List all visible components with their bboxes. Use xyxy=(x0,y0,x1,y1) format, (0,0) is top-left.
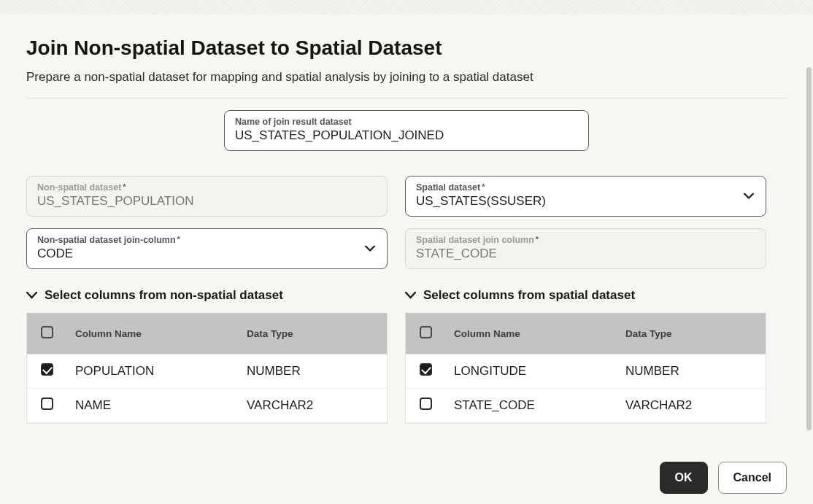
top-texture xyxy=(0,0,813,15)
data-type-cell: NUMBER xyxy=(238,354,387,389)
nonspatial-join-column-label: Non-spatial dataset join-column* xyxy=(37,235,377,245)
column-name-cell: NAME xyxy=(66,389,238,423)
ok-button[interactable]: OK xyxy=(660,462,708,494)
select-all-checkbox[interactable] xyxy=(41,326,53,338)
result-name-input[interactable] xyxy=(235,128,578,143)
result-name-label: Name of join result dataset xyxy=(235,117,578,127)
table-row: POPULATION NUMBER xyxy=(27,354,387,389)
nonspatial-dataset-field: Non-spatial dataset* US_STATES_POPULATIO… xyxy=(26,176,388,217)
data-type-header: Data Type xyxy=(238,313,387,354)
nonspatial-columns-header[interactable]: Select columns from non-spatial dataset xyxy=(26,288,388,303)
chevron-down-icon xyxy=(405,288,416,303)
spatial-dataset-label: Spatial dataset* xyxy=(416,182,755,193)
table-row: STATE_CODE VARCHAR2 xyxy=(406,389,766,423)
spatial-columns-table: Column Name Data Type LONGITUDE NUMBER xyxy=(405,313,766,424)
row-checkbox[interactable] xyxy=(41,398,53,410)
select-all-checkbox[interactable] xyxy=(420,326,432,338)
column-name-cell: LONGITUDE xyxy=(445,354,617,389)
spatial-join-column-value: STATE_CODE xyxy=(416,247,755,261)
page-subtitle: Prepare a non-spatial dataset for mappin… xyxy=(26,70,787,85)
data-type-cell: NUMBER xyxy=(617,354,766,389)
nonspatial-join-column-field[interactable]: Non-spatial dataset join-column* CODE xyxy=(26,228,388,269)
nonspatial-join-column-value: CODE xyxy=(37,247,377,261)
row-checkbox[interactable] xyxy=(420,363,432,376)
nonspatial-columns-table: Column Name Data Type POPULATION NUMBER xyxy=(26,313,388,424)
footer: OK Cancel xyxy=(660,462,787,494)
result-name-field[interactable]: Name of join result dataset xyxy=(224,110,589,151)
spatial-join-column-label: Spatial dataset join column* xyxy=(416,235,755,245)
page-title: Join Non-spatial Dataset to Spatial Data… xyxy=(26,36,787,60)
data-type-cell: VARCHAR2 xyxy=(617,389,766,423)
data-type-header: Data Type xyxy=(617,313,766,354)
column-name-cell: POPULATION xyxy=(66,354,238,389)
column-name-cell: STATE_CODE xyxy=(445,389,617,423)
table-row: NAME VARCHAR2 xyxy=(27,389,387,423)
chevron-down-icon xyxy=(26,288,37,303)
table-row: LONGITUDE NUMBER xyxy=(406,354,766,389)
cancel-button[interactable]: Cancel xyxy=(718,462,787,494)
row-checkbox[interactable] xyxy=(41,363,53,376)
column-name-header: Column Name xyxy=(445,313,617,354)
nonspatial-dataset-label: Non-spatial dataset* xyxy=(37,182,377,193)
spatial-dataset-value: US_STATES(SSUSER) xyxy=(416,194,755,209)
spatial-join-column-field: Spatial dataset join column* STATE_CODE xyxy=(405,228,766,269)
row-checkbox[interactable] xyxy=(420,398,432,410)
data-type-cell: VARCHAR2 xyxy=(238,389,387,423)
spatial-dataset-field[interactable]: Spatial dataset* US_STATES(SSUSER) xyxy=(405,176,766,217)
divider xyxy=(26,98,787,98)
scrollbar[interactable] xyxy=(806,67,812,430)
nonspatial-dataset-value: US_STATES_POPULATION xyxy=(37,194,377,209)
spatial-columns-header[interactable]: Select columns from spatial dataset xyxy=(405,288,766,303)
column-name-header: Column Name xyxy=(66,313,238,354)
